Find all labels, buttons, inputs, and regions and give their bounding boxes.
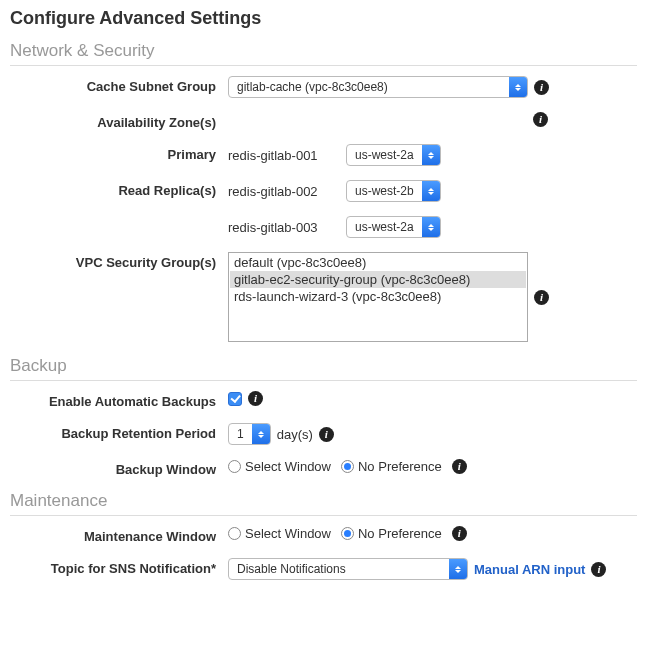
- backup-window-radio-none[interactable]: [341, 460, 354, 473]
- radio-label: No Preference: [358, 459, 442, 474]
- retention-value: 1: [229, 427, 252, 441]
- availability-zones-label: Availability Zone(s): [10, 112, 228, 130]
- chevron-updown-icon: [422, 217, 440, 237]
- cache-subnet-label: Cache Subnet Group: [10, 76, 228, 94]
- maintenance-window-radio-none[interactable]: [341, 527, 354, 540]
- radio-label: Select Window: [245, 526, 331, 541]
- empty-label: [10, 216, 228, 219]
- enable-backups-label: Enable Automatic Backups: [10, 391, 228, 409]
- sg-option[interactable]: default (vpc-8c3c0ee8): [230, 254, 526, 271]
- security-groups-label: VPC Security Group(s): [10, 252, 228, 270]
- chevron-updown-icon: [422, 145, 440, 165]
- info-icon[interactable]: i: [591, 562, 606, 577]
- sg-option[interactable]: gitlab-ec2-security-group (vpc-8c3c0ee8): [230, 271, 526, 288]
- manual-arn-link[interactable]: Manual ARN input: [474, 562, 585, 577]
- chevron-updown-icon: [422, 181, 440, 201]
- node-name: redis-gitlab-003: [228, 220, 340, 235]
- chevron-updown-icon: [252, 424, 270, 444]
- backup-window-label: Backup Window: [10, 459, 228, 477]
- radio-label: No Preference: [358, 526, 442, 541]
- section-backup: Backup Enable Automatic Backups i Backup…: [10, 356, 637, 477]
- info-icon[interactable]: i: [248, 391, 263, 406]
- cache-subnet-value: gitlab-cache (vpc-8c3c0ee8): [229, 80, 509, 94]
- backup-window-radio-select[interactable]: [228, 460, 241, 473]
- cache-subnet-select[interactable]: gitlab-cache (vpc-8c3c0ee8): [228, 76, 528, 98]
- sns-topic-select[interactable]: Disable Notifications: [228, 558, 468, 580]
- chevron-updown-icon: [509, 77, 527, 97]
- page-title: Configure Advanced Settings: [10, 8, 637, 29]
- read-replicas-label: Read Replica(s): [10, 180, 228, 198]
- section-network-security: Network & Security Cache Subnet Group gi…: [10, 41, 637, 342]
- zone-value: us-west-2a: [347, 148, 422, 162]
- node-name: redis-gitlab-001: [228, 148, 340, 163]
- security-groups-listbox[interactable]: default (vpc-8c3c0ee8) gitlab-ec2-securi…: [228, 252, 528, 342]
- sns-topic-label: Topic for SNS Notification*: [10, 558, 228, 576]
- retention-unit: day(s): [277, 427, 313, 442]
- info-icon[interactable]: i: [319, 427, 334, 442]
- replica-zone-select[interactable]: us-west-2b: [346, 180, 441, 202]
- replica-zone-select[interactable]: us-west-2a: [346, 216, 441, 238]
- zone-value: us-west-2a: [347, 220, 422, 234]
- info-icon[interactable]: i: [534, 290, 549, 305]
- primary-zone-select[interactable]: us-west-2a: [346, 144, 441, 166]
- zone-value: us-west-2b: [347, 184, 422, 198]
- info-icon[interactable]: i: [452, 459, 467, 474]
- section-title-backup: Backup: [10, 356, 637, 381]
- maintenance-window-radio-select[interactable]: [228, 527, 241, 540]
- section-title-maintenance: Maintenance: [10, 491, 637, 516]
- section-title-network: Network & Security: [10, 41, 637, 66]
- chevron-updown-icon: [449, 559, 467, 579]
- sg-option[interactable]: rds-launch-wizard-3 (vpc-8c3c0ee8): [230, 288, 526, 305]
- info-icon[interactable]: i: [533, 112, 548, 127]
- retention-label: Backup Retention Period: [10, 423, 228, 441]
- info-icon[interactable]: i: [534, 80, 549, 95]
- retention-select[interactable]: 1: [228, 423, 271, 445]
- section-maintenance: Maintenance Maintenance Window Select Wi…: [10, 491, 637, 580]
- sns-topic-value: Disable Notifications: [229, 562, 354, 576]
- info-icon[interactable]: i: [452, 526, 467, 541]
- radio-label: Select Window: [245, 459, 331, 474]
- primary-label: Primary: [10, 144, 228, 162]
- enable-backups-checkbox[interactable]: [228, 392, 242, 406]
- maintenance-window-label: Maintenance Window: [10, 526, 228, 544]
- node-name: redis-gitlab-002: [228, 184, 340, 199]
